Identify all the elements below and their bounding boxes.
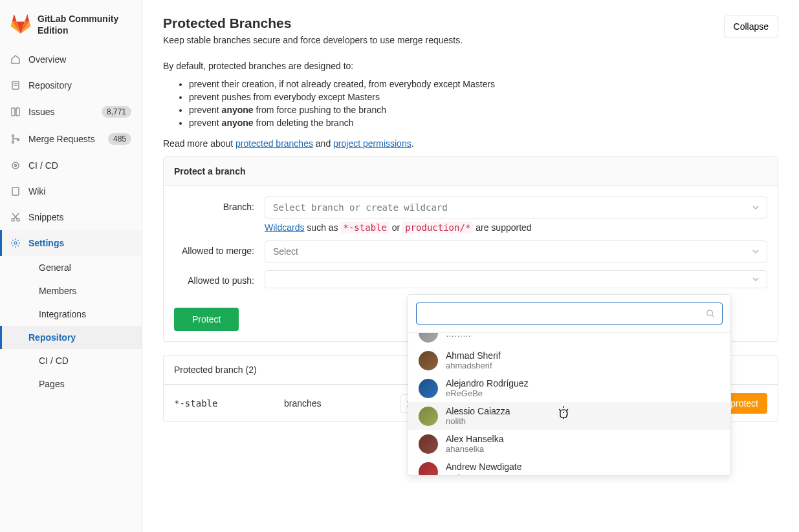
svg-rect-3	[12, 108, 15, 116]
branch-name: *-stable	[174, 398, 284, 409]
brand-line2: Edition	[38, 25, 118, 36]
mr-badge: 485	[108, 133, 131, 145]
dropdown-search-input[interactable]	[416, 303, 723, 325]
user-name: Andrew Newdigate	[446, 462, 522, 472]
sidebar-item-merge-requests[interactable]: Merge Requests 485	[0, 125, 142, 153]
list-item[interactable]: Ahmad Sherifahmadsherif	[408, 346, 730, 374]
user-username: andrewn	[446, 472, 522, 475]
matching-branches: branches	[284, 398, 400, 409]
user-username: eReGeBe	[446, 388, 529, 398]
sidebar-item-settings[interactable]: Settings	[0, 230, 142, 256]
bullet-1: prevent their creation, if not already c…	[189, 79, 778, 89]
subnav-members[interactable]: Members	[28, 279, 142, 303]
merge-label: Allowed to merge:	[174, 240, 265, 256]
chevron-down-icon	[752, 248, 759, 255]
user-name: Alejandro Rodríguez	[446, 378, 529, 388]
subnav-cicd[interactable]: CI / CD	[28, 349, 142, 372]
svg-point-9	[15, 165, 17, 167]
bullet-list: prevent their creation, if not already c…	[163, 79, 778, 128]
user-username: nolith	[446, 416, 510, 426]
sub-description: By default, protected branches are desig…	[163, 61, 778, 71]
branch-select[interactable]: Select branch or create wildcard	[265, 197, 767, 218]
avatar	[419, 351, 438, 370]
push-select[interactable]	[265, 270, 767, 288]
user-name: Alessio Caiazza	[446, 406, 510, 416]
sidebar-item-repository[interactable]: Repository	[0, 72, 142, 98]
avatar	[419, 379, 438, 398]
brand-line1: GitLab Community	[38, 13, 118, 25]
svg-rect-4	[16, 108, 19, 116]
panel-title: Protect a branch	[164, 157, 778, 186]
user-name: Alex Hanselka	[446, 434, 504, 444]
gitlab-logo-icon	[10, 14, 31, 35]
sidebar-item-issues[interactable]: Issues 8,771	[0, 98, 142, 125]
chevron-down-icon	[752, 204, 759, 211]
avatar	[419, 434, 438, 454]
cursor-icon	[559, 406, 571, 421]
search-icon	[706, 309, 715, 318]
svg-point-5	[12, 135, 14, 137]
list-item[interactable]: Andrew Newdigateandrewn	[408, 458, 730, 475]
sidebar-item-snippets[interactable]: Snippets	[0, 204, 142, 230]
bullet-2: prevent pushes from everybody except Mas…	[189, 92, 778, 102]
svg-point-6	[12, 142, 14, 144]
list-item[interactable]: Alejandro RodríguezeReGeBe	[408, 374, 730, 402]
sidebar-item-overview[interactable]: Overview	[0, 47, 142, 72]
chevron-down-icon	[752, 276, 759, 282]
scissors-icon	[10, 212, 21, 222]
main-content: Protected Branches Keep stable branches …	[142, 0, 799, 532]
list-item[interactable]: ………	[408, 333, 730, 346]
user-dropdown: ………Ahmad SherifahmadsherifAlejandro Rodr…	[408, 294, 731, 476]
avatar	[419, 462, 438, 476]
bullet-3: prevent anyone from force pushing to the…	[189, 105, 778, 115]
readmore-text: Read more about protected branches and p…	[163, 138, 778, 149]
user-username: ahanselka	[446, 444, 504, 454]
svg-point-13	[14, 242, 17, 244]
subnav-pages[interactable]: Pages	[28, 372, 142, 396]
svg-point-14	[707, 310, 713, 316]
user-username: ahmadsherif	[446, 361, 501, 370]
gear-icon	[10, 238, 21, 248]
merge-select[interactable]: Select	[265, 240, 767, 262]
home-icon	[10, 54, 21, 65]
branch-label: Branch:	[174, 197, 265, 212]
user-name: Ahmad Sherif	[446, 350, 501, 361]
subnav-repository[interactable]: Repository	[0, 326, 142, 349]
doc-icon	[10, 80, 21, 90]
svg-point-16	[563, 412, 564, 413]
sidebar-item-wiki[interactable]: Wiki	[0, 178, 142, 204]
subnav-general[interactable]: General	[28, 256, 142, 279]
svg-rect-10	[12, 187, 19, 195]
collapse-button[interactable]: Collapse	[724, 16, 778, 37]
svg-line-15	[712, 315, 715, 318]
wildcard-help: Wildcards such as *-stable or production…	[265, 222, 767, 233]
push-label: Allowed to push:	[174, 270, 265, 286]
list-item[interactable]: Alex Hanselkaahanselka	[408, 430, 730, 458]
sidebar: GitLab Community Edition Overview Reposi…	[0, 0, 142, 532]
wildcards-link[interactable]: Wildcards	[265, 222, 304, 233]
rocket-icon	[10, 160, 21, 171]
protected-branches-link[interactable]: protected branches	[235, 138, 313, 149]
sidebar-item-cicd[interactable]: CI / CD	[0, 153, 142, 178]
issues-icon	[10, 107, 21, 117]
avatar	[419, 407, 438, 426]
subnav-integrations[interactable]: Integrations	[28, 303, 142, 326]
book-icon	[10, 186, 21, 197]
bullet-4: prevent anyone from deleting the branch	[189, 118, 778, 128]
page-title: Protected Branches	[163, 16, 463, 31]
merge-icon	[10, 134, 21, 144]
issues-badge: 8,771	[102, 106, 131, 118]
project-permissions-link[interactable]: project permissions	[333, 138, 411, 149]
page-description: Keep stable branches secure and force de…	[163, 35, 463, 45]
brand: GitLab Community Edition	[0, 8, 142, 47]
svg-point-8	[12, 162, 19, 169]
protect-button[interactable]: Protect	[174, 308, 239, 331]
